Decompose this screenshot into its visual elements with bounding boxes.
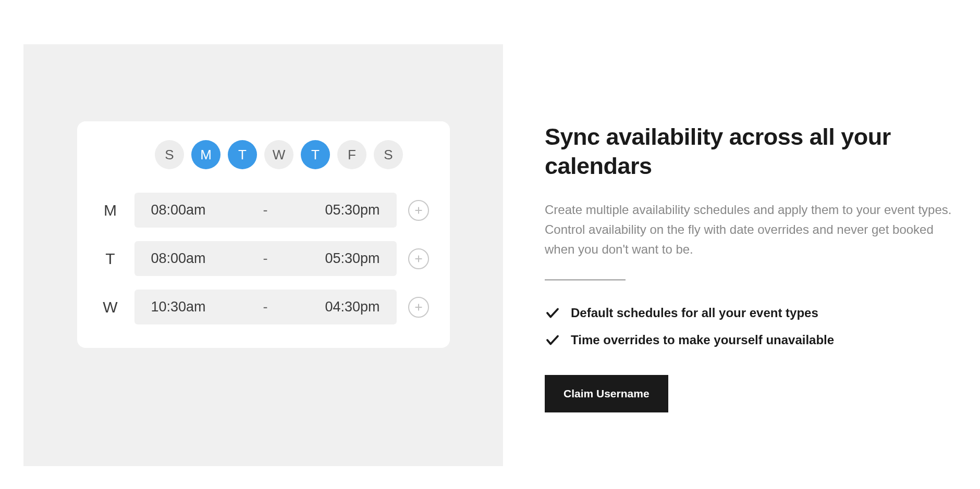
time-end: 05:30pm <box>307 202 380 218</box>
time-end: 04:30pm <box>307 299 380 315</box>
day-circle-wed[interactable]: W <box>264 140 293 169</box>
feature-text: Time overrides to make yourself unavaila… <box>571 333 834 347</box>
time-start: 10:30am <box>151 299 224 315</box>
plus-icon <box>413 302 424 313</box>
time-dash: - <box>263 202 268 218</box>
time-start: 08:00am <box>151 202 224 218</box>
time-block[interactable]: 08:00am - 05:30pm <box>134 241 397 276</box>
plus-icon <box>413 205 424 216</box>
time-row: T 08:00am - 05:30pm <box>98 241 429 276</box>
calendar-card: S M T W T F S M 08:00am - 05:30pm T <box>77 121 450 348</box>
add-time-button[interactable] <box>408 248 429 269</box>
check-icon <box>545 305 560 321</box>
time-row: W 10:30am - 04:30pm <box>98 290 429 324</box>
time-row: M 08:00am - 05:30pm <box>98 193 429 228</box>
time-rows: M 08:00am - 05:30pm T 08:00am - 05:30pm <box>98 193 429 324</box>
plus-icon <box>413 253 424 265</box>
day-circle-thu[interactable]: T <box>301 140 330 169</box>
day-label: W <box>98 298 123 316</box>
time-block[interactable]: 10:30am - 04:30pm <box>134 290 397 324</box>
day-label: M <box>98 202 123 219</box>
right-panel: Sync availability across all your calend… <box>545 44 957 412</box>
time-dash: - <box>263 299 268 315</box>
add-time-button[interactable] <box>408 200 429 221</box>
time-end: 05:30pm <box>307 250 380 267</box>
day-circle-sat[interactable]: S <box>374 140 403 169</box>
day-selector: S M T W T F S <box>98 140 429 169</box>
day-circle-sun[interactable]: S <box>155 140 184 169</box>
claim-username-button[interactable]: Claim Username <box>545 375 668 412</box>
feature-item: Default schedules for all your event typ… <box>545 305 957 321</box>
feature-item: Time overrides to make yourself unavaila… <box>545 332 957 348</box>
day-label: T <box>98 250 123 268</box>
day-circle-mon[interactable]: M <box>191 140 220 169</box>
check-icon <box>545 332 560 348</box>
page-heading: Sync availability across all your calend… <box>545 122 957 181</box>
time-block[interactable]: 08:00am - 05:30pm <box>134 193 397 228</box>
divider <box>545 280 626 280</box>
feature-text: Default schedules for all your event typ… <box>571 306 818 320</box>
add-time-button[interactable] <box>408 297 429 318</box>
page-description: Create multiple availability schedules a… <box>545 200 957 260</box>
day-circle-fri[interactable]: F <box>337 140 366 169</box>
time-start: 08:00am <box>151 250 224 267</box>
left-panel: S M T W T F S M 08:00am - 05:30pm T <box>23 44 503 466</box>
time-dash: - <box>263 250 268 267</box>
feature-list: Default schedules for all your event typ… <box>545 305 957 348</box>
day-circle-tue[interactable]: T <box>228 140 257 169</box>
